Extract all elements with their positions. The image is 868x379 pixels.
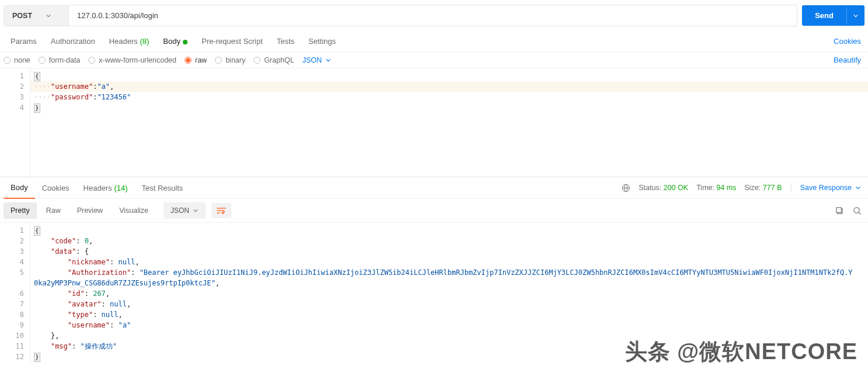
response-body-editor[interactable]: 123456789101112 { "code": 0, "data": { "…: [0, 223, 868, 364]
response-tabs: Body Cookies Headers (14) Test Results S…: [0, 177, 868, 199]
line-gutter: 1234: [0, 68, 30, 177]
copy-icon[interactable]: [832, 203, 847, 218]
tab-authorization[interactable]: Authorization: [44, 31, 102, 51]
request-body-editor[interactable]: 1234 { ····"username":"a", ····"password…: [0, 68, 868, 177]
send-dropdown-icon[interactable]: [846, 7, 864, 25]
response-format-select[interactable]: JSON: [164, 202, 206, 219]
tab-headers[interactable]: Headers (8): [102, 31, 157, 51]
status-code: 200 OK: [664, 184, 688, 192]
view-visualize[interactable]: Visualize: [112, 202, 155, 219]
response-size: 777 B: [763, 184, 782, 192]
globe-icon[interactable]: [622, 184, 630, 192]
radio-icon: [185, 57, 192, 64]
resp-headers-count: (14): [114, 184, 127, 192]
send-button-label: Send: [802, 5, 846, 26]
radio-icon: [88, 57, 95, 64]
radio-icon: [39, 57, 46, 64]
tab-body[interactable]: Body: [156, 31, 195, 51]
search-icon[interactable]: [849, 203, 864, 218]
view-preview[interactable]: Preview: [70, 202, 110, 219]
beautify-link[interactable]: Beautify: [830, 56, 864, 64]
body-type-binary[interactable]: binary: [215, 56, 245, 64]
body-format-select[interactable]: JSON: [303, 56, 331, 64]
svg-line-6: [859, 212, 860, 214]
request-tabs: Params Authorization Headers (8) Body Pr…: [0, 31, 868, 52]
http-method-value: POST: [12, 12, 36, 20]
resp-tab-cookies[interactable]: Cookies: [35, 178, 77, 198]
response-view-row: Pretty Raw Preview Visualize JSON: [0, 199, 868, 223]
body-modified-dot-icon: [183, 40, 188, 44]
body-type-graphql[interactable]: GraphQL: [254, 56, 294, 64]
svg-rect-4: [836, 207, 841, 212]
response-time: 94 ms: [716, 184, 736, 192]
tab-prerequest[interactable]: Pre-request Script: [195, 31, 270, 51]
wrap-lines-button[interactable]: [211, 203, 231, 218]
http-method-select[interactable]: POST: [4, 5, 69, 26]
body-type-none[interactable]: none: [4, 56, 30, 64]
radio-icon: [4, 57, 11, 64]
chevron-down-icon: [36, 13, 60, 19]
radio-icon: [254, 57, 261, 64]
view-pretty[interactable]: Pretty: [4, 202, 37, 219]
code-area[interactable]: { "code": 0, "data": { "nickname": null,…: [30, 223, 868, 364]
resp-tab-body[interactable]: Body: [4, 177, 35, 199]
code-area[interactable]: { ····"username":"a", ····"password":"12…: [30, 68, 868, 177]
body-type-raw[interactable]: raw: [185, 56, 207, 64]
body-type-formdata[interactable]: form-data: [39, 56, 81, 64]
svg-point-5: [853, 207, 859, 212]
line-gutter: 123456789101112: [0, 223, 30, 364]
tab-tests[interactable]: Tests: [270, 31, 301, 51]
send-button[interactable]: Send: [802, 5, 864, 26]
tab-params[interactable]: Params: [4, 31, 44, 51]
response-status: Status: 200 OK Time: 94 ms Size: 777 B |…: [622, 184, 864, 192]
url-input[interactable]: [69, 5, 797, 26]
cookies-link[interactable]: Cookies: [830, 31, 864, 51]
tab-settings[interactable]: Settings: [301, 31, 343, 51]
resp-tab-headers[interactable]: Headers (14): [77, 178, 135, 198]
body-type-row: none form-data x-www-form-urlencoded raw…: [0, 52, 868, 68]
body-type-xwww[interactable]: x-www-form-urlencoded: [88, 56, 176, 64]
radio-icon: [215, 57, 222, 64]
headers-count: (8): [140, 37, 149, 46]
save-response-button[interactable]: Save Response: [800, 184, 861, 192]
request-bar: POST Send: [0, 0, 868, 31]
view-raw[interactable]: Raw: [39, 202, 68, 219]
resp-tab-tests[interactable]: Test Results: [135, 178, 190, 198]
